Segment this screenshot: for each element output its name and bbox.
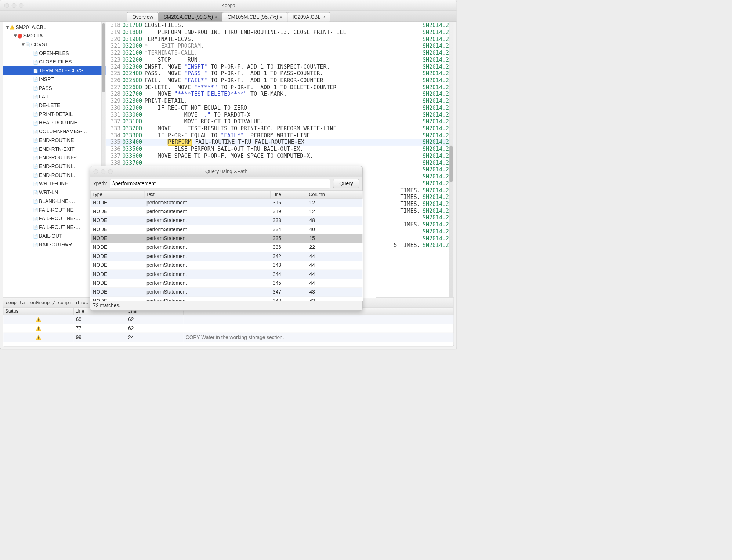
zoom-icon[interactable]: [108, 169, 113, 174]
tree-item[interactable]: 📄END-ROUTINE-1: [3, 153, 106, 162]
editor-line-number: 325: [106, 70, 123, 77]
tab-close-icon[interactable]: ×: [280, 15, 282, 19]
tree-item[interactable]: 📄PRINT-DETAIL: [3, 110, 106, 119]
xpath-row[interactable]: NODEperformStatement34544: [90, 279, 362, 287]
status-char: 62: [126, 315, 184, 324]
tree-item[interactable]: ▼🔴SM201A: [3, 32, 106, 40]
code-text: MOVE TEST-RESULTS TO PRINT-REC. PERFORM …: [145, 125, 340, 132]
tab-sm201a-cbl-99-3-[interactable]: SM201A.CBL (99.3%)×: [158, 12, 222, 22]
xpath-input[interactable]: [110, 179, 330, 188]
tree-label: END-ROUTINE-1: [39, 155, 106, 161]
status-row[interactable]: ⚠️9924COPY Water in the working storage …: [3, 333, 453, 342]
query-button[interactable]: Query: [333, 179, 359, 188]
code-line[interactable]: 334033300 IF P-OR-F EQUAL TO "FAIL*" PER…: [106, 132, 454, 139]
xpath-type: NODE: [90, 198, 144, 207]
xpath-row[interactable]: NODEperformStatement33622: [90, 243, 362, 252]
tree-label: SM201A.CBL: [15, 24, 106, 30]
tree-item[interactable]: ▼⚠️SM201A.CBL: [3, 23, 106, 32]
xpath-header[interactable]: Line: [271, 191, 307, 198]
tree-item[interactable]: ▼📄CCVS1: [3, 40, 106, 49]
tree-item[interactable]: 📄END-ROUTINE: [3, 136, 106, 145]
xpath-col: 48: [307, 216, 362, 225]
code-line[interactable]: 325032400PASS. MOVE "PASS " TO P-OR-F. A…: [106, 70, 454, 77]
xpath-line: 342: [271, 252, 307, 261]
cobol-seq-number: 033400: [122, 139, 144, 146]
tree-item[interactable]: 📄END-RTN-EXIT: [3, 145, 106, 153]
tree-item[interactable]: 📄OPEN-FILES: [3, 49, 106, 58]
code-line[interactable]: 336033500 ELSE PERFORM BAIL-OUT THRU BAI…: [106, 146, 454, 153]
status-pane: StatusLineChar⚠️6062⚠️7762⚠️9924COPY Wat…: [3, 307, 454, 346]
code-line[interactable]: 327032600DE-LETE. MOVE "*****" TO P-OR-F…: [106, 84, 454, 91]
code-line[interactable]: 321032000* EXIT PROGRAM.SM2014.2: [106, 43, 454, 50]
disclosure-icon[interactable]: ▼: [13, 33, 17, 39]
status-row[interactable]: ⚠️7762: [3, 324, 453, 333]
code-line[interactable]: 333033200 MOVE TEST-RESULTS TO PRINT-REC…: [106, 125, 454, 132]
xpath-row[interactable]: NODEperformStatement33348: [90, 216, 362, 225]
tab-ic209a-cbl[interactable]: IC209A.CBL×: [287, 12, 330, 22]
code-line[interactable]: 329032800PRINT-DETAIL.SM2014.2: [106, 98, 454, 105]
code-line[interactable]: 324032300INSPT. MOVE "INSPT" TO P-OR-F. …: [106, 63, 454, 70]
xpath-row[interactable]: NODEperformStatement34444: [90, 270, 362, 279]
code-line[interactable]: 319031800 PERFORM END-ROUTINE THRU END-R…: [106, 29, 454, 36]
xpath-row[interactable]: NODEperformStatement34843: [90, 297, 362, 301]
code-line[interactable]: 323032200 STOP RUN.SM2014.2: [106, 57, 454, 63]
xpath-row[interactable]: NODEperformStatement34344: [90, 261, 362, 269]
minimize-icon[interactable]: [12, 3, 16, 7]
tab-close-icon[interactable]: ×: [322, 15, 325, 19]
code-line[interactable]: 320031900TERMINATE-CCVS.SM2014.2: [106, 36, 454, 43]
disclosure-icon[interactable]: ▼: [5, 24, 10, 30]
scroll-thumb[interactable]: [102, 23, 105, 92]
code-line[interactable]: 335033400 PERFORM FAIL-ROUTINE THRU FAIL…: [106, 139, 454, 146]
editor-line-number: 337: [106, 153, 123, 160]
xpath-col: 43: [307, 297, 362, 301]
code-line[interactable]: 332033100 MOVE REC-CT TO DOTVALUE.SM2014…: [106, 118, 454, 125]
tree-item[interactable]: 📄TERMINATE-CCVS: [3, 66, 106, 75]
status-header[interactable]: Status: [3, 308, 73, 315]
code-line[interactable]: 331033000 MOVE "." TO PARDOT-XSM2014.2: [106, 111, 454, 118]
code-text: PERFORM FAIL-ROUTINE THRU FAIL-ROUTINE-E…: [145, 139, 304, 146]
scroll-thumb[interactable]: [449, 146, 453, 182]
xpath-line: 336: [271, 243, 307, 252]
tree-item[interactable]: 📄PASS: [3, 84, 106, 92]
tree-item[interactable]: 📄FAIL: [3, 92, 106, 101]
code-line[interactable]: 328032700 MOVE "****TEST DELETED****" TO…: [106, 91, 454, 98]
code-line[interactable]: 318031700CLOSE-FILES.SM2014.2: [106, 22, 454, 29]
tree-item[interactable]: 📄DE-LETE: [3, 101, 106, 110]
code-line[interactable]: 322032100*TERMINATE-CALL.SM2014.2: [106, 50, 454, 57]
code-line[interactable]: 326032500FAIL. MOVE "FAIL*" TO P-OR-F. A…: [106, 77, 454, 84]
code-scrollbar[interactable]: [449, 22, 453, 297]
zoom-icon[interactable]: [19, 3, 23, 7]
file-icon: 📄: [25, 42, 30, 47]
xpath-header[interactable]: Type: [90, 191, 144, 198]
code-tail: [313, 153, 423, 160]
tree-item[interactable]: 📄HEAD-ROUTINE: [3, 119, 106, 127]
close-icon[interactable]: [4, 3, 9, 7]
tree-item[interactable]: 📄COLUMN-NAMES-…: [3, 127, 106, 136]
xpath-row[interactable]: NODEperformStatement31912: [90, 207, 362, 216]
code-text: PASS. MOVE "PASS " TO P-OR-F. ADD 1 TO P…: [145, 70, 323, 77]
xpath-row[interactable]: NODEperformStatement33515: [90, 234, 362, 243]
xpath-row[interactable]: NODEperformStatement33440: [90, 225, 362, 234]
xpath-row[interactable]: NODEperformStatement34743: [90, 287, 362, 296]
minimize-icon[interactable]: [101, 169, 105, 174]
tree-item[interactable]: 📄INSPT: [3, 75, 106, 84]
tab-cm105m-cbl-95-7-[interactable]: CM105M.CBL (95.7%)×: [222, 12, 287, 22]
xpath-row[interactable]: NODEperformStatement31612: [90, 198, 362, 207]
disclosure-icon[interactable]: ▼: [21, 42, 25, 48]
xpath-dialog: Query using XPath xpath: Query TypeTextL…: [90, 166, 363, 310]
tab-close-icon[interactable]: ×: [215, 15, 217, 19]
xpath-label: xpath:: [94, 181, 107, 186]
xpath-header[interactable]: Text: [144, 191, 271, 198]
tab-overview[interactable]: Overview: [127, 12, 159, 22]
xpath-row[interactable]: NODEperformStatement34244: [90, 252, 362, 261]
tree-item[interactable]: 📄CLOSE-FILES: [3, 58, 106, 66]
code-line[interactable]: 338033700SM2014.2: [106, 159, 454, 166]
code-line[interactable]: 337033600 MOVE SPACE TO P-OR-F. MOVE SPA…: [106, 153, 454, 160]
xpath-header[interactable]: Column: [307, 191, 362, 198]
status-extra: [184, 315, 454, 324]
close-icon[interactable]: [94, 169, 98, 174]
status-row[interactable]: ⚠️6062: [3, 315, 453, 324]
cobol-seq-number: 031700: [122, 22, 144, 29]
code-line[interactable]: 330032900 IF REC-CT NOT EQUAL TO ZEROSM2…: [106, 105, 454, 112]
code-text: * EXIT PROGRAM.: [145, 43, 283, 50]
